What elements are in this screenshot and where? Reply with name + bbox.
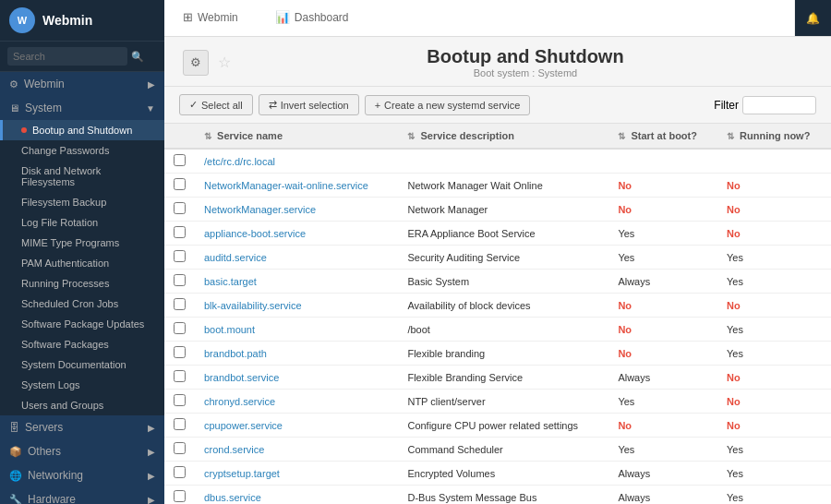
others-section-arrow: ▶: [148, 447, 155, 457]
sidebar-section-hardware[interactable]: 🔧 Hardware ▶: [0, 487, 164, 504]
row-checkbox[interactable]: [174, 490, 186, 502]
service-name-cell[interactable]: brandbot.service: [195, 366, 398, 390]
page-header: ⚙ ☆ Bootup and Shutdown Boot system : Sy…: [164, 37, 831, 87]
service-name-cell[interactable]: NetworkManager.service: [195, 198, 398, 222]
main-content: ⊞ Webmin 📊 Dashboard 🔔 ⚙ ☆ Bootup and Sh…: [164, 0, 831, 504]
row-checkbox[interactable]: [174, 202, 186, 214]
service-name-cell[interactable]: blk-availability.service: [195, 294, 398, 318]
sidebar-item-mime[interactable]: MIME Type Programs: [0, 233, 164, 253]
sidebar-search-area: 🔍: [0, 42, 164, 72]
sidebar-item-pkg-updates[interactable]: Software Package Updates: [0, 314, 164, 334]
th-start-at-boot[interactable]: ⇅ Start at boot?: [608, 124, 717, 149]
search-input[interactable]: [7, 47, 127, 66]
notification-bell[interactable]: 🔔: [794, 0, 831, 36]
service-name-cell[interactable]: cpupower.service: [195, 414, 398, 438]
service-desc-cell: Availability of block devices: [398, 294, 608, 318]
th-running-now[interactable]: ⇅ Running now?: [717, 124, 831, 149]
invert-icon: ⇄: [269, 99, 277, 111]
table-row: cpupower.serviceConfigure CPU power rela…: [164, 414, 831, 438]
sidebar-item-packages[interactable]: Software Packages: [0, 334, 164, 354]
table-row: boot.mount/bootNoYes: [164, 318, 831, 342]
tab-webmin[interactable]: ⊞ Webmin: [164, 0, 257, 36]
filter-input[interactable]: [742, 96, 816, 114]
sidebar-section-networking[interactable]: 🌐 Networking ▶: [0, 463, 164, 487]
service-running-cell: No: [717, 174, 831, 198]
service-running-cell: Yes: [717, 486, 831, 505]
favorite-star[interactable]: ☆: [218, 54, 231, 71]
row-checkbox[interactable]: [174, 154, 186, 166]
row-checkbox[interactable]: [174, 466, 186, 478]
sidebar-section-others[interactable]: 📦 Others ▶: [0, 439, 164, 463]
sidebar-item-change-pw-label: Change Passwords: [21, 145, 109, 156]
toolbar: ✓ Select all ⇄ Invert selection + Create…: [164, 87, 831, 124]
invert-selection-button[interactable]: ⇄ Invert selection: [259, 94, 359, 115]
row-checkbox[interactable]: [174, 322, 186, 334]
active-indicator: [21, 127, 27, 133]
service-desc-cell: D-Bus System Message Bus: [398, 486, 608, 505]
sidebar-item-bootup[interactable]: Bootup and Shutdown: [0, 120, 164, 140]
table-row: appliance-boot.serviceERA Appliance Boot…: [164, 222, 831, 246]
service-running-cell: Yes: [717, 342, 831, 366]
sidebar-item-cron[interactable]: Scheduled Cron Jobs: [0, 294, 164, 314]
sidebar-item-docs-label: System Documentation: [21, 359, 126, 370]
row-checkbox[interactable]: [174, 346, 186, 358]
sidebar-item-running-label: Running Processes: [21, 278, 109, 289]
row-checkbox[interactable]: [174, 418, 186, 430]
row-checkbox[interactable]: [174, 442, 186, 454]
service-running-cell: Yes: [717, 318, 831, 342]
services-table-container: ⇅ Service name ⇅ Service description ⇅ S…: [164, 124, 831, 504]
service-name-cell[interactable]: basic.target: [195, 270, 398, 294]
row-checkbox[interactable]: [174, 394, 186, 406]
tab-dashboard[interactable]: 📊 Dashboard: [257, 0, 367, 36]
service-desc-cell: Basic System: [398, 270, 608, 294]
sidebar-section-system[interactable]: 🖥 System ▼: [0, 96, 164, 120]
service-name-cell[interactable]: dbus.service: [195, 486, 398, 505]
service-desc-cell: Encrypted Volumes: [398, 462, 608, 486]
settings-button[interactable]: ⚙: [183, 50, 209, 76]
sidebar-item-logs[interactable]: System Logs: [0, 375, 164, 395]
sidebar-item-running[interactable]: Running Processes: [0, 273, 164, 294]
service-name-cell[interactable]: brandbot.path: [195, 342, 398, 366]
sidebar-item-log-rotation-label: Log File Rotation: [21, 217, 98, 228]
sidebar-item-filesystem[interactable]: Filesystem Backup: [0, 192, 164, 212]
sidebar-item-log-rotation[interactable]: Log File Rotation: [0, 212, 164, 233]
row-checkbox[interactable]: [174, 250, 186, 262]
service-name-cell[interactable]: crond.service: [195, 438, 398, 462]
create-service-button[interactable]: + Create a new systemd service: [365, 95, 531, 115]
service-desc-cell: Network Manager Wait Online: [398, 174, 608, 198]
service-name-cell[interactable]: NetworkManager-wait-online.service: [195, 174, 398, 198]
service-name-cell[interactable]: cryptsetup.target: [195, 462, 398, 486]
row-checkbox[interactable]: [174, 298, 186, 310]
sidebar-item-change-pw[interactable]: Change Passwords: [0, 140, 164, 161]
sidebar-logo[interactable]: W Webmin: [0, 0, 164, 42]
service-name-cell[interactable]: auditd.service: [195, 246, 398, 270]
sidebar-item-disk-fs[interactable]: Disk and Network Filesystems: [0, 161, 164, 192]
servers-section-icon: 🗄: [9, 422, 19, 433]
sidebar-item-users[interactable]: Users and Groups: [0, 395, 164, 415]
sidebar-item-filesystem-label: Filesystem Backup: [21, 197, 106, 208]
service-running-cell: Yes: [717, 462, 831, 486]
sidebar-item-docs[interactable]: System Documentation: [0, 354, 164, 375]
row-checkbox[interactable]: [174, 178, 186, 190]
row-checkbox[interactable]: [174, 226, 186, 238]
service-boot-cell: No: [608, 414, 717, 438]
filter-area: Filter: [714, 96, 816, 114]
sidebar-section-servers[interactable]: 🗄 Servers ▶: [0, 415, 164, 439]
row-checkbox[interactable]: [174, 274, 186, 286]
service-name-cell[interactable]: boot.mount: [195, 318, 398, 342]
service-name-cell[interactable]: chronyd.service: [195, 390, 398, 414]
service-running-cell: No: [717, 294, 831, 318]
th-service-desc[interactable]: ⇅ Service description: [398, 124, 608, 149]
search-icon: 🔍: [131, 51, 144, 63]
hardware-section-arrow: ▶: [148, 495, 155, 505]
th-service-name[interactable]: ⇅ Service name: [195, 124, 398, 149]
sidebar-section-webmin[interactable]: ⚙ Webmin ▶: [0, 72, 164, 96]
table-row: /etc/rc.d/rc.local: [164, 149, 831, 174]
service-name-cell[interactable]: appliance-boot.service: [195, 222, 398, 246]
service-name-cell[interactable]: /etc/rc.d/rc.local: [195, 149, 398, 174]
service-boot-cell: [608, 149, 717, 174]
sidebar-item-pam[interactable]: PAM Authentication: [0, 253, 164, 273]
row-checkbox[interactable]: [174, 370, 186, 382]
service-running-cell: No: [717, 414, 831, 438]
select-all-button[interactable]: ✓ Select all: [179, 94, 253, 115]
